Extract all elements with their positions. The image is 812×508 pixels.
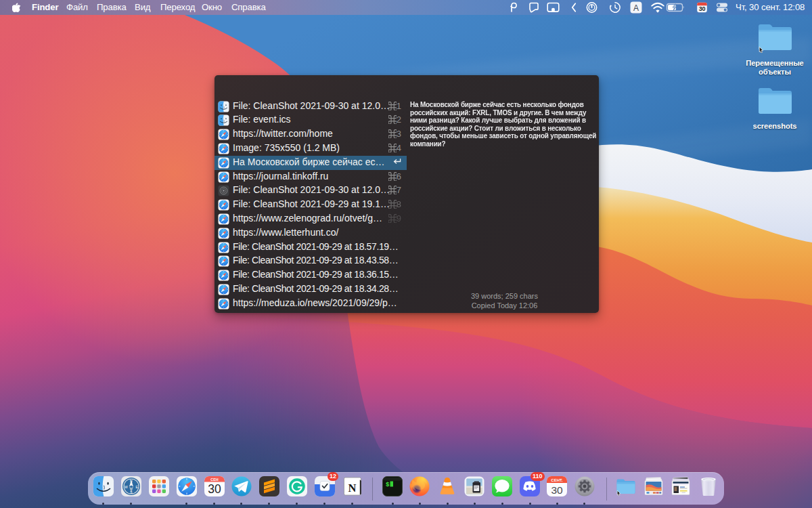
svg-text:W: W bbox=[125, 485, 128, 489]
svg-text:СЕНТ.: СЕНТ. bbox=[551, 478, 563, 482]
svg-text:СЕН: СЕН bbox=[210, 478, 218, 482]
svg-text:$: $ bbox=[386, 482, 390, 488]
svg-text:N: N bbox=[130, 479, 133, 483]
svg-text:30: 30 bbox=[551, 484, 563, 496]
svg-text:A: A bbox=[633, 3, 639, 13]
svg-text:30: 30 bbox=[699, 5, 706, 12]
svg-text:N: N bbox=[348, 482, 357, 494]
svg-text:30: 30 bbox=[208, 482, 221, 496]
